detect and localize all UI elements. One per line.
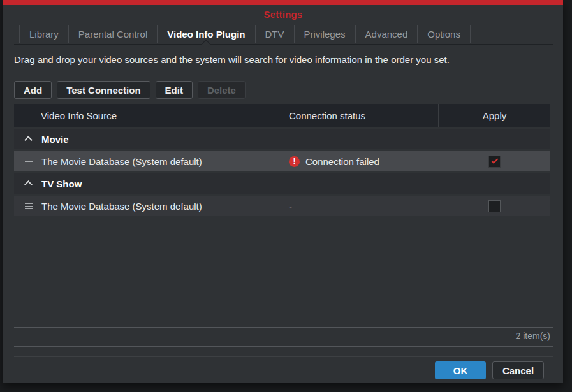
settings-dialog: Settings Library Parental Control Video …: [3, 0, 563, 383]
tab-bar: Library Parental Control Video Info Plug…: [19, 25, 471, 43]
dialog-title: Settings: [3, 9, 563, 20]
test-connection-button[interactable]: Test Connection: [57, 81, 150, 99]
source-name: The Movie Database (System default): [41, 156, 202, 167]
ok-button[interactable]: OK: [435, 361, 486, 379]
table-bottom-divider: [14, 327, 553, 328]
table-header: Video Info Source Connection status Appl…: [14, 104, 550, 127]
tab-privileges[interactable]: Privileges: [294, 25, 355, 43]
apply-cell: [439, 196, 550, 216]
screen: Settings Library Parental Control Video …: [0, 0, 572, 392]
tab-video-info-plugin[interactable]: Video Info Plugin: [157, 25, 254, 43]
add-button[interactable]: Add: [14, 81, 52, 99]
source-name: The Movie Database (System default): [41, 201, 202, 212]
tab-divider-rule: [14, 44, 553, 45]
chevron-up-icon[interactable]: [24, 136, 33, 144]
apply-checkbox[interactable]: [488, 200, 501, 212]
source-cell: The Movie Database (System default): [14, 196, 282, 216]
page-description: Drag and drop your video sources and the…: [14, 54, 450, 65]
chevron-up-icon[interactable]: [24, 180, 33, 189]
group-row-movie[interactable]: Movie: [14, 129, 550, 149]
group-label: TV Show: [41, 178, 82, 189]
table-row[interactable]: The Movie Database (System default) -: [14, 196, 550, 216]
tab-advanced[interactable]: Advanced: [355, 25, 418, 43]
status-cell: ! Connection failed: [282, 151, 439, 171]
cancel-button[interactable]: Cancel: [492, 361, 544, 379]
apply-checkbox[interactable]: [488, 156, 501, 168]
drag-handle-icon[interactable]: [25, 203, 33, 209]
tab-dtv[interactable]: DTV: [255, 25, 294, 43]
delete-button[interactable]: Delete: [198, 81, 246, 99]
edit-button[interactable]: Edit: [156, 81, 193, 99]
column-header-video-info-source: Video Info Source: [14, 104, 282, 127]
dialog-accent-bar: [3, 0, 563, 5]
table-body: Movie The Movie Database (System default…: [14, 129, 550, 218]
checkmark-icon: [491, 157, 498, 164]
drag-handle-icon[interactable]: [25, 159, 33, 164]
column-header-apply: Apply: [439, 104, 550, 127]
table-row[interactable]: The Movie Database (System default) ! Co…: [14, 151, 550, 171]
tab-library[interactable]: Library: [19, 25, 68, 43]
footer-divider: [14, 346, 553, 347]
tab-parental-control[interactable]: Parental Control: [68, 25, 157, 43]
button-bar-divider: [14, 356, 553, 357]
source-cell: The Movie Database (System default): [14, 151, 282, 171]
status-text: -: [289, 201, 292, 212]
status-text: Connection failed: [305, 156, 379, 167]
column-header-connection-status: Connection status: [282, 104, 439, 127]
group-label: Movie: [41, 134, 69, 145]
error-icon: !: [289, 156, 300, 167]
tab-options[interactable]: Options: [417, 25, 471, 43]
apply-cell: [439, 151, 550, 171]
group-row-tv-show[interactable]: TV Show: [14, 173, 550, 194]
item-count: 2 item(s): [516, 331, 550, 341]
status-cell: -: [282, 196, 439, 216]
toolbar: Add Test Connection Edit Delete: [14, 81, 246, 99]
